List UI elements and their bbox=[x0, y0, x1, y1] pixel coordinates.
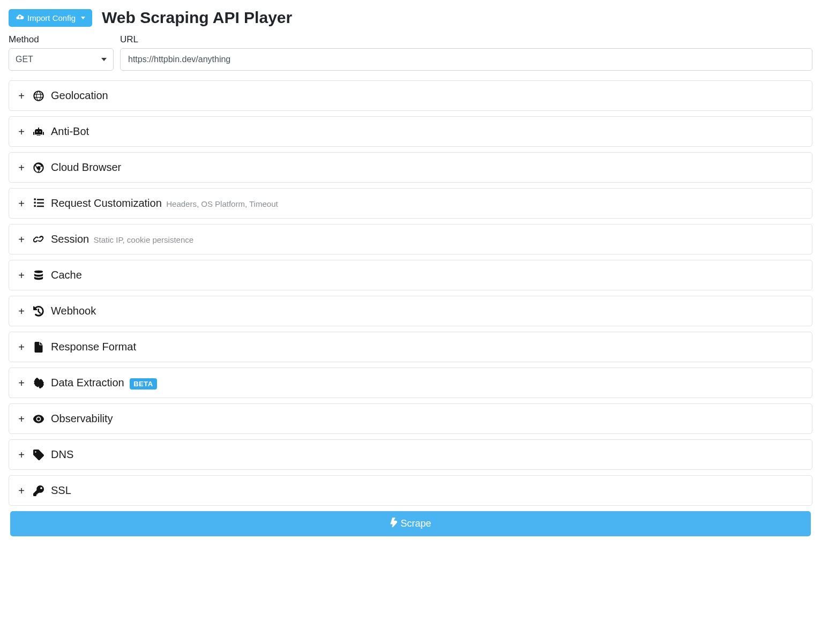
panel-title: Observability bbox=[51, 413, 113, 424]
chrome-icon bbox=[33, 162, 44, 173]
scrape-label: Scrape bbox=[400, 518, 431, 529]
plus-icon: + bbox=[17, 414, 26, 424]
globe-icon bbox=[33, 91, 44, 101]
panel-subtitle: Headers, OS Platform, Timeout bbox=[166, 199, 278, 208]
import-config-label: Import Config bbox=[27, 13, 76, 23]
key-icon bbox=[33, 485, 44, 496]
page-title: Web Scraping API Player bbox=[102, 9, 292, 27]
panel-title: Response Format bbox=[51, 341, 136, 353]
chevron-down-icon bbox=[81, 17, 85, 19]
scrape-button[interactable]: Scrape bbox=[10, 511, 811, 536]
plus-icon: + bbox=[17, 306, 26, 317]
plus-icon: + bbox=[17, 162, 26, 173]
history-icon bbox=[33, 306, 44, 317]
plus-icon: + bbox=[17, 198, 26, 209]
panel-title: SSL bbox=[51, 484, 71, 496]
plus-icon: + bbox=[17, 126, 26, 137]
panel-cache[interactable]: +Cache bbox=[9, 260, 812, 290]
list-icon bbox=[33, 198, 44, 209]
plus-icon: + bbox=[17, 91, 26, 101]
panel-geolocation[interactable]: +Geolocation bbox=[9, 80, 812, 111]
chevron-down-icon bbox=[101, 58, 107, 61]
url-label: URL bbox=[120, 34, 812, 45]
panel-data-extraction[interactable]: +Data Extraction BETA bbox=[9, 368, 812, 398]
panel-title: DNS bbox=[51, 448, 73, 460]
panel-title: Request Customization bbox=[51, 197, 162, 209]
bolt-icon bbox=[390, 518, 397, 530]
brain-icon bbox=[33, 378, 44, 388]
svg-point-1 bbox=[34, 270, 43, 273]
panel-title: Data Extraction bbox=[51, 377, 124, 388]
plus-icon: + bbox=[17, 342, 26, 353]
panel-session[interactable]: +Session Static IP, cookie persistence bbox=[9, 224, 812, 254]
panel-title: Cache bbox=[51, 269, 82, 281]
plus-icon: + bbox=[17, 485, 26, 496]
plus-icon: + bbox=[17, 378, 26, 388]
method-label: Method bbox=[9, 34, 114, 45]
panel-title: Cloud Browser bbox=[51, 161, 121, 173]
panel-title: Anti-Bot bbox=[51, 125, 89, 137]
panel-webhook[interactable]: +Webhook bbox=[9, 296, 812, 326]
plus-icon: + bbox=[17, 234, 26, 245]
plus-icon: + bbox=[17, 450, 26, 460]
method-select[interactable]: GET bbox=[9, 48, 114, 71]
panel-anti-bot[interactable]: +Anti-Bot bbox=[9, 116, 812, 147]
database-icon bbox=[33, 270, 44, 281]
panel-response-format[interactable]: +Response Format bbox=[9, 332, 812, 362]
beta-badge: BETA bbox=[130, 378, 156, 390]
panel-request-customization[interactable]: +Request Customization Headers, OS Platf… bbox=[9, 188, 812, 219]
panel-title: Webhook bbox=[51, 305, 96, 317]
robot-icon bbox=[33, 126, 44, 137]
url-input[interactable] bbox=[120, 48, 812, 71]
plus-icon: + bbox=[17, 270, 26, 281]
eye-icon bbox=[33, 414, 44, 424]
panel-dns[interactable]: +DNS bbox=[9, 439, 812, 470]
svg-point-0 bbox=[38, 166, 40, 169]
method-value: GET bbox=[16, 55, 33, 64]
panel-observability[interactable]: +Observability bbox=[9, 403, 812, 434]
link-icon bbox=[33, 234, 44, 245]
panel-ssl[interactable]: +SSL bbox=[9, 475, 812, 506]
cloud-upload-icon bbox=[16, 13, 24, 23]
panel-cloud-browser[interactable]: +Cloud Browser bbox=[9, 152, 812, 183]
file-icon bbox=[33, 342, 44, 353]
panel-title: Geolocation bbox=[51, 89, 108, 101]
panel-title: Session bbox=[51, 233, 89, 245]
panel-subtitle: Static IP, cookie persistence bbox=[94, 235, 194, 244]
tag-icon bbox=[33, 450, 44, 460]
import-config-button[interactable]: Import Config bbox=[9, 9, 92, 27]
